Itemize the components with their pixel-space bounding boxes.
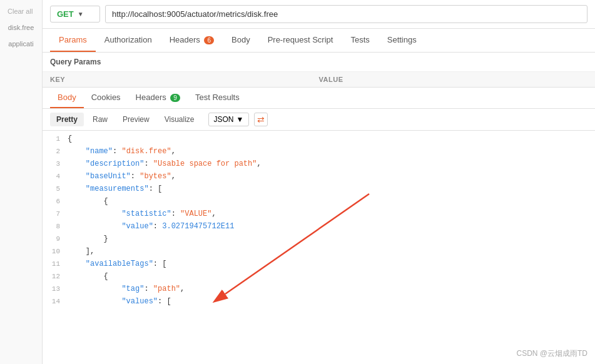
- json-brace: {: [104, 197, 108, 206]
- content-area: GET ▼ Params Authorization Headers 6 Bod…: [43, 0, 595, 364]
- json-brace: }: [104, 235, 108, 243]
- response-headers-badge: 9: [170, 94, 180, 102]
- response-tab-testresults[interactable]: Test Results: [188, 88, 247, 108]
- json-plain: :: [144, 159, 153, 168]
- json-plain: ,: [180, 285, 185, 293]
- code-area: 1{2 "name": "disk.free",3 "description":…: [43, 131, 595, 306]
- json-plain: :: [153, 222, 162, 231]
- line-content: {: [68, 133, 595, 146]
- tab-headers[interactable]: Headers 6: [161, 29, 223, 52]
- code-line: 14 "values": [: [43, 296, 595, 306]
- json-string: "bytes": [140, 172, 171, 181]
- code-line: 5 "measurements": [: [43, 183, 595, 196]
- json-indent: [68, 147, 86, 156]
- code-line: 8 "value": 3.02719475712E11: [43, 221, 595, 233]
- line-number: 2: [43, 146, 68, 158]
- json-key: "value": [121, 222, 153, 231]
- line-number: 1: [43, 133, 68, 146]
- json-indent: [68, 172, 86, 181]
- json-indent: [68, 247, 86, 256]
- code-line: 2 "name": "disk.free",: [43, 146, 595, 158]
- dropdown-arrow-icon: ▼: [236, 115, 244, 124]
- json-string: "VALUE": [180, 210, 211, 218]
- json-indent: [68, 159, 86, 168]
- tab-params[interactable]: Params: [50, 29, 96, 52]
- line-number: 4: [43, 171, 68, 183]
- json-key: "availableTags": [86, 260, 153, 268]
- line-number: 14: [43, 296, 68, 306]
- line-content: ],: [68, 246, 595, 258]
- tab-settings[interactable]: Settings: [379, 29, 425, 52]
- line-number: 7: [43, 208, 68, 221]
- json-indent: [68, 185, 86, 193]
- json-plain: ,: [211, 210, 216, 218]
- format-pretty-button[interactable]: Pretty: [50, 113, 84, 126]
- clear-all-button[interactable]: Clear all: [4, 5, 38, 18]
- sidebar-item-applicati[interactable]: applicati: [4, 38, 38, 50]
- tab-body[interactable]: Body: [223, 29, 259, 52]
- format-bar: Pretty Raw Preview Visualize JSON ▼ ⇄: [43, 109, 595, 131]
- tab-tests[interactable]: Tests: [342, 29, 378, 52]
- tab-prerequest[interactable]: Pre-request Script: [259, 29, 342, 52]
- json-indent: [68, 210, 121, 218]
- sidebar-item-diskfree[interactable]: disk.free: [4, 21, 38, 34]
- line-number: 8: [43, 221, 68, 233]
- line-content: "availableTags": [: [68, 258, 595, 271]
- code-line: 4 "baseUnit": "bytes",: [43, 171, 595, 183]
- json-indent: [68, 197, 104, 206]
- code-line: 13 "tag": "path",: [43, 283, 595, 296]
- json-plain: : [: [158, 297, 171, 306]
- json-plain: :: [113, 147, 121, 156]
- format-preview-button[interactable]: Preview: [116, 113, 156, 126]
- json-indent: [68, 285, 121, 293]
- line-number: 10: [43, 246, 68, 258]
- format-type-label: JSON: [214, 115, 234, 124]
- code-line: 10 ],: [43, 246, 595, 258]
- json-plain: :: [131, 172, 140, 181]
- json-plain: ,: [171, 172, 176, 181]
- headers-badge: 6: [204, 36, 214, 44]
- url-input[interactable]: [105, 5, 587, 23]
- format-raw-button[interactable]: Raw: [86, 113, 114, 126]
- code-line: 7 "statistic": "VALUE",: [43, 208, 595, 221]
- query-params-label: Query Params: [43, 53, 595, 72]
- json-key: "tag": [121, 285, 144, 293]
- json-indent: [68, 272, 104, 281]
- json-plain: ,: [257, 159, 261, 168]
- json-plain: : [: [153, 260, 167, 268]
- json-indent: [68, 297, 121, 306]
- json-number: 3.02719475712E11: [162, 222, 234, 231]
- json-key: "statistic": [121, 210, 171, 218]
- response-tab-headers[interactable]: Headers 9: [128, 88, 188, 108]
- params-header: KEY VALUE: [43, 72, 595, 88]
- chevron-down-icon: ▼: [78, 11, 84, 18]
- line-number: 9: [43, 233, 68, 246]
- line-content: "name": "disk.free",: [68, 146, 595, 158]
- json-indent: [68, 260, 86, 268]
- method-select[interactable]: GET ▼: [50, 6, 100, 23]
- json-string: "Usable space for path": [153, 159, 257, 168]
- format-type-dropdown[interactable]: JSON ▼: [208, 113, 250, 126]
- tab-authorization[interactable]: Authorization: [96, 29, 161, 52]
- line-content: "description": "Usable space for path",: [68, 158, 595, 171]
- line-content: {: [68, 196, 595, 208]
- left-sidebar: Clear all disk.free applicati: [0, 0, 43, 364]
- code-line: 1{: [43, 133, 595, 146]
- response-tab-body[interactable]: Body: [50, 88, 84, 108]
- json-key: "values": [121, 297, 158, 306]
- watermark: CSDN @云烟成雨TD: [516, 348, 587, 359]
- wrap-toggle-button[interactable]: ⇄: [254, 113, 268, 126]
- json-key: "description": [86, 159, 145, 168]
- response-tab-cookies[interactable]: Cookies: [84, 88, 128, 108]
- main-layout: Clear all disk.free applicati GET ▼ Para…: [0, 0, 595, 364]
- json-plain: :: [171, 210, 180, 218]
- format-visualize-button[interactable]: Visualize: [158, 113, 201, 126]
- line-number: 13: [43, 283, 68, 296]
- line-number: 5: [43, 183, 68, 196]
- value-column-header: VALUE: [319, 76, 343, 83]
- method-label: GET: [57, 9, 74, 19]
- json-brace: {: [104, 272, 108, 281]
- json-indent: [68, 222, 121, 231]
- key-column-header: KEY: [50, 76, 319, 83]
- line-content: "value": 3.02719475712E11: [68, 221, 595, 233]
